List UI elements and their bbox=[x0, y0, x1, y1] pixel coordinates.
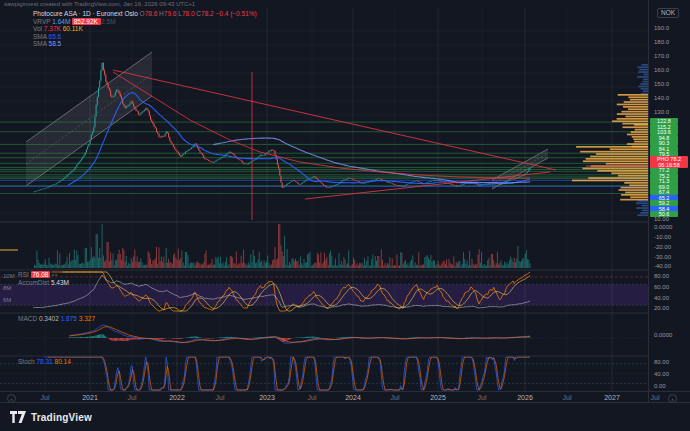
indicator-value: 58.5 bbox=[49, 40, 62, 47]
price-axis-label: 150.0 bbox=[654, 81, 669, 87]
rsi-hidden-values-icon: •• bbox=[52, 271, 59, 278]
indicator-legend-rows: VRVP 1.64M 852.92K 2.5M Vol 7.37K 60.11K… bbox=[33, 18, 257, 48]
accumdist-value: 5.43M bbox=[51, 279, 69, 286]
indicator-value: 1.875 bbox=[59, 315, 77, 322]
time-axis-label: Jul bbox=[128, 394, 137, 402]
stoch-label: Stoch bbox=[18, 358, 35, 365]
indicator-value: 65.6 bbox=[49, 33, 62, 40]
price-axis-label: 170.0 bbox=[654, 53, 669, 59]
rsi-label: RSI bbox=[18, 271, 29, 278]
currency-button[interactable]: NOK bbox=[657, 8, 679, 18]
time-axis-label: Jul bbox=[478, 394, 487, 402]
indicator-name: VRVP bbox=[33, 18, 52, 25]
stoch-legend[interactable]: Stoch 78.31 80.14 bbox=[18, 358, 71, 366]
time-axis-label: Jul bbox=[216, 394, 225, 402]
volume-axis-label: -30.00 bbox=[654, 254, 671, 260]
accumdist-axis-label: 10M bbox=[3, 273, 15, 279]
indicator-value: 60.11K bbox=[63, 25, 83, 32]
macd-axis-label: 0.0000 bbox=[654, 332, 672, 338]
indicator-value: 7.37K bbox=[44, 25, 63, 32]
time-axis-label: 2025 bbox=[430, 394, 446, 402]
indicator-value: 78.31 bbox=[36, 358, 52, 365]
rsi-axis-label: 60.00 bbox=[654, 284, 669, 290]
time-axis-label: 2026 bbox=[517, 394, 533, 402]
time-axis-label: 2021 bbox=[82, 394, 98, 402]
tradingview-logo[interactable]: TradingView bbox=[10, 411, 92, 423]
macd-legend[interactable]: MACD 0.3402 1.875 3.327 bbox=[18, 315, 95, 323]
time-axis-label: 2023 bbox=[259, 394, 275, 402]
tradingview-logo-icon bbox=[10, 411, 26, 423]
time-axis-label: Jul bbox=[391, 394, 400, 402]
stoch-values: 78.31 80.14 bbox=[36, 358, 70, 365]
indicator-legend-row[interactable]: SMA 65.6 bbox=[33, 33, 257, 41]
accumdist-axis-label: 8M bbox=[3, 285, 11, 291]
rsi-axis-label: 20.00 bbox=[654, 305, 669, 311]
indicator-name: SMA bbox=[33, 33, 49, 40]
indicator-value: 0.3402 bbox=[39, 315, 59, 322]
last-price-label: PHO 78.206:16:58 bbox=[650, 156, 688, 168]
price-axis-label: 130.0 bbox=[654, 109, 669, 115]
time-axis-label: Jul bbox=[308, 394, 317, 402]
volume-axis-label: -20.00 bbox=[654, 244, 671, 250]
indicator-legend-row[interactable]: VRVP 1.64M 852.92K 2.5M bbox=[33, 18, 257, 26]
time-axis-label: Jul bbox=[563, 394, 572, 402]
volume-axis-label: -10.00 bbox=[654, 234, 671, 240]
indicator-name: Vol bbox=[33, 25, 44, 32]
indicator-value: 1.64M bbox=[52, 18, 72, 25]
rsi-legend[interactable]: RSI 76.08 •• AccumDist 5.43M bbox=[18, 271, 69, 286]
scroll-right-icon[interactable]: › bbox=[668, 394, 677, 403]
volume-axis-label: 0.0000 bbox=[654, 224, 672, 230]
footer-bar: TradingView bbox=[0, 403, 690, 431]
indicator-legend-row[interactable]: Vol 7.37K 60.11K bbox=[33, 25, 257, 33]
rsi-value: 76.08 bbox=[31, 271, 50, 278]
rsi-axis-label: 80.00 bbox=[654, 273, 669, 279]
stoch-axis-label: 80.00 bbox=[654, 359, 669, 365]
stoch-axis-label: 40.00 bbox=[654, 371, 669, 377]
rsi-axis-label: 40.00 bbox=[654, 295, 669, 301]
accumdist-label: AccumDist bbox=[18, 279, 49, 286]
time-axis-label: 2022 bbox=[169, 394, 185, 402]
price-level-label: 50.6 bbox=[650, 211, 678, 217]
tradingview-brand-text: TradingView bbox=[31, 412, 92, 423]
time-axis[interactable]: ‹ › Jul2021Jul2022Jul2023Jul2024Jul2025J… bbox=[0, 391, 690, 403]
change-value: −0.4 (−0.51%) bbox=[216, 10, 257, 17]
price-axis-label: 140.0 bbox=[654, 95, 669, 101]
indicator-value: 2.5M bbox=[101, 18, 115, 25]
indicator-name: SMA bbox=[33, 40, 49, 47]
main-legend: Photocure ASA · 1D · Euronext Oslo O78.6… bbox=[33, 10, 257, 48]
series-legend-row[interactable]: Photocure ASA · 1D · Euronext Oslo O78.6… bbox=[33, 10, 257, 18]
scroll-left-icon[interactable]: ‹ bbox=[7, 394, 16, 403]
price-axis[interactable]: NOK 190.0180.0170.0160.0150.0140.0130.03… bbox=[648, 0, 690, 403]
time-axis-label: Jul bbox=[651, 394, 660, 402]
price-axis-label: 160.0 bbox=[654, 67, 669, 73]
snapshot-attribution: sawpiginvest created with TradingView.co… bbox=[0, 0, 690, 8]
indicator-value: 3.327 bbox=[77, 315, 95, 322]
stoch-axis-label: 0.00 bbox=[654, 383, 666, 389]
time-axis-label: 2024 bbox=[345, 394, 361, 402]
accumdist-axis-label: 6M bbox=[3, 297, 11, 303]
time-axis-label: Jul bbox=[41, 394, 50, 402]
volume-axis-label: -40.00 bbox=[654, 263, 671, 269]
indicator-legend-row[interactable]: SMA 58.5 bbox=[33, 40, 257, 48]
indicator-value: 80.14 bbox=[53, 358, 71, 365]
chart-plot-area[interactable] bbox=[0, 8, 648, 391]
ohlc-values: O78.6 H79.6 L78.0 C78.2 bbox=[140, 10, 214, 17]
price-axis-label: 190.0 bbox=[654, 25, 669, 31]
indicator-value: 852.92K bbox=[72, 18, 101, 25]
time-axis-label: 2027 bbox=[604, 394, 620, 402]
series-title: Photocure ASA · 1D · Euronext Oslo bbox=[33, 10, 138, 17]
macd-values: 0.3402 1.875 3.327 bbox=[39, 315, 95, 322]
macd-label: MACD bbox=[18, 315, 37, 322]
price-axis-label: 180.0 bbox=[654, 39, 669, 45]
